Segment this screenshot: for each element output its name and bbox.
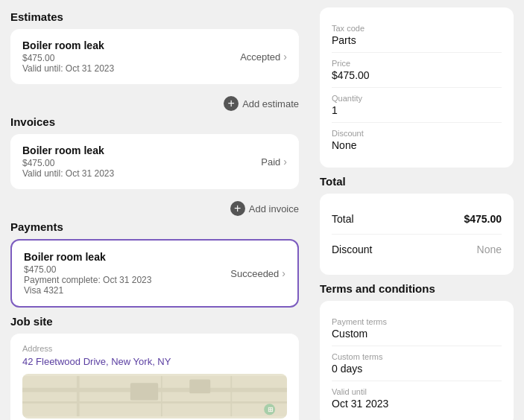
payment-card-title: Boiler room leak — [24, 251, 151, 263]
payment-status: Succeeded — [230, 268, 279, 279]
add-invoice-icon: + — [230, 201, 245, 216]
discount-row: Discount None — [332, 235, 502, 264]
estimate-card[interactable]: Boiler room leak $475.00 Valid until: Oc… — [10, 29, 299, 84]
add-estimate-icon: + — [224, 96, 239, 111]
valid-until-value: Oct 31 2023 — [332, 398, 502, 410]
payment-card-sub1: Payment complete: Oct 31 2023 — [24, 275, 151, 285]
jobsite-section: Job site Address 42 Fleetwood Drive, New… — [10, 315, 299, 420]
address-link[interactable]: 42 Fleetwood Drive, New York, NY — [22, 356, 171, 367]
price-field: Price $475.00 — [332, 53, 502, 88]
total-label: Total — [332, 213, 354, 225]
valid-until-label: Valid until — [332, 387, 502, 396]
discount-field: Discount None — [332, 123, 502, 157]
quantity-value: 1 — [332, 104, 502, 116]
add-invoice-button[interactable]: + Add invoice — [230, 201, 299, 216]
discount-row-label: Discount — [332, 244, 372, 255]
terms-section-title: Terms and conditions — [320, 282, 514, 295]
estimates-title: Estimates — [10, 10, 299, 23]
invoice-card-amount: $475.00 — [22, 158, 114, 168]
payment-card[interactable]: Boiler room leak $475.00 Payment complet… — [10, 239, 299, 308]
discount-label: Discount — [332, 129, 502, 138]
price-value: $475.00 — [332, 69, 502, 81]
item-details-card: Tax code Parts Price $475.00 Quantity 1 … — [320, 7, 514, 168]
estimate-card-title: Boiler room leak — [22, 39, 114, 51]
tax-code-label: Tax code — [332, 24, 502, 33]
chevron-icon: › — [283, 51, 287, 63]
address-label: Address — [22, 344, 287, 353]
payment-terms-label: Payment terms — [332, 317, 502, 326]
add-estimate-row: + Add estimate — [10, 92, 299, 112]
terms-card: Payment terms Custom Custom terms 0 days… — [320, 301, 514, 420]
tax-code-field: Tax code Parts — [332, 18, 502, 53]
add-invoice-row: + Add invoice — [10, 197, 299, 217]
svg-rect-6 — [130, 383, 158, 400]
invoice-status: Paid — [261, 156, 280, 168]
invoices-title: Invoices — [10, 115, 299, 128]
custom-terms-label: Custom terms — [332, 352, 502, 361]
custom-terms-field: Custom terms 0 days — [332, 346, 502, 381]
valid-until-field: Valid until Oct 31 2023 — [332, 381, 502, 416]
right-panel: Tax code Parts Price $475.00 Quantity 1 … — [309, 0, 524, 420]
total-section-title: Total — [320, 175, 514, 188]
total-value: $475.00 — [464, 213, 502, 225]
svg-rect-7 — [189, 380, 210, 394]
custom-terms-value: 0 days — [332, 363, 502, 375]
discount-row-value: None — [477, 244, 502, 255]
left-panel: Estimates Boiler room leak $475.00 Valid… — [0, 0, 309, 420]
price-label: Price — [332, 59, 502, 68]
total-row: Total $475.00 — [332, 204, 502, 235]
estimate-status: Accepted — [240, 51, 280, 63]
payment-card-amount: $475.00 — [24, 264, 151, 275]
quantity-field: Quantity 1 — [332, 88, 502, 123]
add-estimate-button[interactable]: + Add estimate — [224, 96, 299, 111]
invoice-card[interactable]: Boiler room leak $475.00 Valid until: Oc… — [10, 134, 299, 189]
total-card: Total $475.00 Discount None — [320, 194, 514, 275]
payment-terms-value: Custom — [332, 328, 502, 340]
payments-section: Payments Boiler room leak $475.00 Paymen… — [10, 220, 299, 308]
estimate-card-amount: $475.00 — [22, 53, 114, 63]
payments-title: Payments — [10, 220, 299, 233]
map-preview: ⊞ — [22, 374, 287, 419]
add-invoice-label: Add invoice — [249, 203, 299, 214]
invoice-card-valid: Valid until: Oct 31 2023 — [22, 168, 114, 179]
invoice-card-title: Boiler room leak — [22, 144, 114, 156]
invoices-section: Invoices Boiler room leak $475.00 Valid … — [10, 115, 299, 217]
jobsite-title: Job site — [10, 315, 299, 328]
estimates-section: Estimates Boiler room leak $475.00 Valid… — [10, 10, 299, 112]
chevron-icon: › — [283, 156, 287, 168]
payment-card-sub2: Visa 4321 — [24, 285, 151, 296]
add-estimate-label: Add estimate — [242, 98, 299, 109]
payment-terms-field: Payment terms Custom — [332, 311, 502, 346]
svg-text:⊞: ⊞ — [268, 406, 274, 413]
chevron-icon: › — [282, 267, 285, 279]
tax-code-value: Parts — [332, 34, 502, 46]
jobsite-card: Address 42 Fleetwood Drive, New York, NY… — [10, 334, 299, 420]
estimate-card-valid: Valid until: Oct 31 2023 — [22, 63, 114, 74]
discount-value: None — [332, 139, 502, 151]
quantity-label: Quantity — [332, 94, 502, 103]
